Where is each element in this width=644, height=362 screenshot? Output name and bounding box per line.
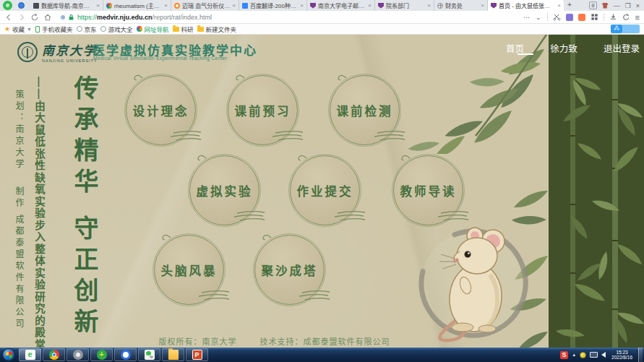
- tab-close-icon[interactable]: ×: [232, 2, 236, 9]
- browser-logo-icon[interactable]: e: [3, 1, 12, 10]
- volume-icon[interactable]: [601, 352, 606, 358]
- minimize-button[interactable]: —: [614, 1, 620, 11]
- home-button[interactable]: [43, 13, 52, 22]
- system-tray: S ▲ 15:23 2022/8/16: [560, 348, 644, 362]
- network-icon[interactable]: [590, 352, 598, 358]
- tab-database-nav[interactable]: 数据库导航-南京大学图… ×: [30, 0, 103, 11]
- apps-grid-icon[interactable]: [591, 13, 598, 21]
- credits-vertical: 策划：南京大学制作 成都泰盟软件有限公司: [13, 90, 25, 348]
- module-sand-to-tower[interactable]: 聚沙成塔: [254, 235, 325, 305]
- tab-close-icon[interactable]: ×: [368, 2, 372, 9]
- tab-close-icon[interactable]: ×: [481, 2, 484, 9]
- tab-baidu-translate[interactable]: 百度翻译-200种语言互… ×: [239, 0, 307, 11]
- nav-logout[interactable]: 退出登录: [604, 41, 640, 55]
- tab-blood-gas[interactable]: 迈瑞 血气分析仪_360搜… ×: [171, 0, 239, 11]
- university-name-cn: 南京大学: [42, 40, 98, 59]
- dictionary-extension-icon[interactable]: [566, 14, 573, 21]
- swirl-decoration: [199, 290, 231, 301]
- sogou-input-icon[interactable]: S: [560, 351, 568, 359]
- address-bar: https://medvir.nju.edu.cn/report/rat/ind…: [0, 11, 644, 24]
- new-tab-button[interactable]: +: [564, 0, 575, 11]
- clock[interactable]: 15:23 2022/8/16: [609, 350, 635, 360]
- tab-close-icon[interactable]: ×: [164, 2, 168, 9]
- pinned-circle-icon[interactable]: [18, 2, 25, 9]
- curl-decoration: [296, 153, 308, 165]
- module-preclass-test[interactable]: 课前检测: [330, 75, 400, 145]
- taskbar-360browser[interactable]: e: [19, 348, 41, 361]
- menu-icon[interactable]: ≡: [635, 13, 640, 22]
- module-design-concept[interactable]: 设计理念: [126, 75, 196, 145]
- start-button[interactable]: [2, 348, 15, 361]
- taskbar-blue-app[interactable]: [114, 348, 137, 361]
- bookmark-jd[interactable]: 京东: [77, 25, 97, 33]
- tray-status-icon[interactable]: [580, 352, 586, 358]
- swirl-decoration: [335, 210, 366, 222]
- download-icon[interactable]: [609, 13, 617, 21]
- share-badge-label[interactable]: [622, 25, 640, 33]
- module-virtual-experiment[interactable]: 虚拟实验: [189, 155, 259, 225]
- tab-close-icon[interactable]: ×: [96, 2, 100, 9]
- more-icon[interactable]: ⋯: [523, 14, 531, 21]
- bookmark-favorites[interactable]: ★ 收藏 ▼: [4, 25, 32, 33]
- chrome-icon: [49, 350, 59, 360]
- bookmark-games[interactable]: 游戏大全: [100, 25, 133, 33]
- forward-button[interactable]: [17, 13, 26, 22]
- lock-icon: [68, 14, 74, 21]
- close-button[interactable]: ×: [636, 1, 640, 11]
- share-badge-icon[interactable]: ⁂: [611, 25, 622, 33]
- copyright-text: 版权所有：南京大学: [158, 337, 236, 346]
- nav-username[interactable]: 徐力致: [550, 41, 578, 55]
- module-teacher-guide[interactable]: 教师导读: [393, 155, 463, 225]
- show-desktop-button[interactable]: [638, 348, 643, 362]
- bamboo-panel: [549, 35, 644, 348]
- url-field[interactable]: https://medvir.nju.edu.cn/report/rat/ind…: [56, 14, 519, 21]
- skin-icon[interactable]: [602, 3, 609, 9]
- curl-decoration: [196, 153, 207, 165]
- taskbar-gray-app[interactable]: [66, 348, 89, 361]
- powerpoint-icon: [192, 350, 202, 360]
- bookmark-phone-favorites[interactable]: 手机收藏夹: [35, 25, 73, 33]
- bookmark-folder-research[interactable]: 科研: [173, 25, 194, 33]
- tab-close-icon[interactable]: ×: [427, 2, 431, 9]
- slogan-calligraphy: 传承精华守正创新: [66, 75, 102, 346]
- taskbar-green-app[interactable]: [90, 348, 113, 361]
- tech-support-text: 技术支持：成都泰盟软件有限公司: [260, 337, 390, 346]
- tab-departments[interactable]: 院系部门 ×: [375, 0, 434, 11]
- database-favicon: [33, 3, 39, 9]
- chevron-down-icon[interactable]: ⌄: [536, 14, 542, 21]
- tab-finance-office[interactable]: 财务处 ×: [434, 0, 488, 11]
- module-homework-submit[interactable]: 作业提交: [290, 155, 360, 225]
- taskbar-wechat[interactable]: [138, 348, 160, 361]
- curl-decoration: [400, 153, 411, 165]
- badge-count[interactable]: 8: [589, 1, 596, 9]
- screenshot-scissors-icon[interactable]: [553, 13, 561, 21]
- history-undo-icon[interactable]: [622, 13, 630, 21]
- game-extension-icon[interactable]: [578, 14, 585, 21]
- taskbar: e S ▲ 15:23 2022/8/16: [0, 348, 644, 362]
- url-path: /report/rat/index.html: [153, 14, 212, 21]
- bookmark-site-nav[interactable]: 网址导航: [137, 25, 169, 33]
- tray-expand-icon[interactable]: ▲: [572, 353, 576, 357]
- bookmark-folder-new[interactable]: 新建文件夹: [197, 25, 237, 33]
- maximize-button[interactable]: ❐: [625, 1, 631, 11]
- tab-rat-homepage-active[interactable]: 首页 - 由大鼠低张性缺… ×: [488, 0, 564, 11]
- taskbar-explorer[interactable]: [162, 348, 184, 361]
- folder-icon: [197, 27, 204, 32]
- page-footer: 版权所有：南京大学 技术支持：成都泰盟软件有限公司: [0, 335, 549, 347]
- swirl-decoration: [234, 210, 266, 222]
- module-brainstorm[interactable]: 头脑风暴: [154, 235, 224, 305]
- module-preclass-preview[interactable]: 课前预习: [228, 75, 298, 145]
- tab-rheumatism[interactable]: rheumatism (主题) AND… ×: [103, 0, 171, 11]
- taskbar-chrome[interactable]: [43, 348, 65, 361]
- reload-button[interactable]: [30, 13, 39, 22]
- rainbow-favicon: [106, 3, 112, 9]
- tab-close-icon[interactable]: ×: [300, 2, 304, 9]
- back-button[interactable]: [4, 13, 13, 22]
- blue-ring-app-icon: [121, 350, 131, 360]
- page-content: 南京大学 NANJING UNIVERSITY 医学虚拟仿真实验教学中心 Med…: [0, 35, 644, 348]
- taskbar-powerpoint[interactable]: [186, 348, 208, 361]
- tab-nju-email[interactable]: 南京大学电子邮件系统 ×: [307, 0, 375, 11]
- site-icon: [61, 15, 65, 20]
- tab-close-icon[interactable]: ×: [557, 2, 561, 9]
- bamboo-illustration: [549, 35, 644, 348]
